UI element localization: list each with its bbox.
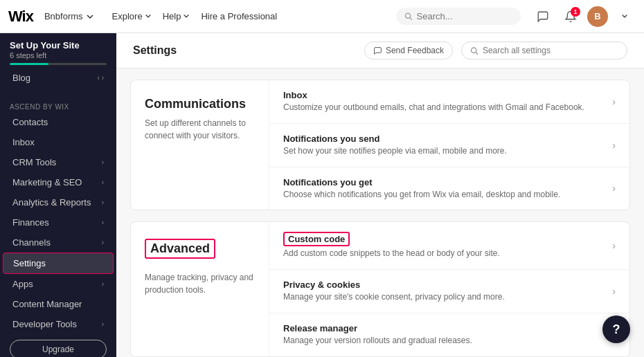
section-desc-advanced: Manage tracking, privacy and production … [145, 271, 255, 296]
chevron-right-icon: › [612, 183, 616, 194]
main-layout: Set Up Your Site 6 steps left Blog ‹ › A… [0, 33, 644, 357]
sidebar-item-blog[interactable]: Blog ‹ › [3, 68, 114, 88]
chevron-icon: › [102, 199, 104, 206]
chat-icon-btn[interactable] [532, 6, 554, 28]
sidebar-section-label: Ascend by Wix [0, 96, 116, 112]
sidebar-item-label: Blog [12, 73, 30, 83]
advanced-section: Advanced Manage tracking, privacy and pr… [130, 221, 630, 356]
setup-title: Set Up Your Site [10, 40, 107, 51]
section-title-advanced: Advanced [145, 239, 215, 259]
sidebar-item-inbox[interactable]: Inbox [3, 132, 114, 152]
site-selector[interactable]: Bnbforms [44, 11, 94, 21]
content-header-right: Send Feedback [364, 42, 627, 60]
feedback-icon [373, 46, 382, 55]
svg-point-0 [405, 13, 410, 18]
chevron-icon: › [102, 239, 104, 246]
content-body: Communications Set up different channels… [116, 68, 644, 357]
page-title: Settings [133, 44, 177, 57]
sidebar-item-contacts[interactable]: Contacts [3, 112, 114, 132]
setting-row-notifications-send[interactable]: Notifications you send Set how your site… [269, 124, 629, 167]
topnav-help[interactable]: Help [159, 8, 195, 24]
topnav-explore[interactable]: Explore [108, 8, 156, 24]
chevron-down-icon [86, 12, 94, 21]
section-title: Communications [145, 97, 255, 111]
sidebar-item-finances[interactable]: Finances › [3, 212, 114, 232]
sidebar-item-analytics[interactable]: Analytics & Reports › [3, 192, 114, 212]
svg-line-4 [476, 52, 478, 54]
chevron-icon: ‹ › [98, 74, 104, 82]
setting-row-desc: Manage your site's cookie consent, priva… [283, 291, 505, 303]
sidebar-item-label: Marketing & SEO [12, 177, 82, 187]
setting-row-desc: Set how your site notifies people via em… [283, 145, 507, 157]
setting-row-title: Inbox [283, 90, 584, 100]
setting-row-desc: Customize your outbound emails, chat and… [283, 102, 584, 113]
send-feedback-label: Send Feedback [386, 46, 444, 55]
setting-row-privacy[interactable]: Privacy & cookies Manage your site's coo… [269, 270, 629, 313]
sidebar-item-developer-tools[interactable]: Developer Tools › [3, 314, 114, 334]
section-right-advanced: Custom code Add custom code snippets to … [269, 222, 629, 356]
section-left-communications: Communications Set up different channels… [131, 80, 269, 210]
chevron-icon: › [102, 219, 104, 226]
sidebar-item-marketing[interactable]: Marketing & SEO › [3, 172, 114, 192]
chevron-down-icon [145, 13, 152, 20]
sidebar-item-label: Finances [12, 217, 49, 228]
chevron-right-icon: › [612, 240, 616, 251]
setting-row-notifications-get[interactable]: Notifications you get Choose which notif… [269, 167, 629, 210]
svg-point-3 [471, 48, 476, 53]
sidebar-item-channels[interactable]: Channels › [3, 232, 114, 253]
sidebar-item-label: Content Manager [12, 299, 82, 309]
settings-search-bar[interactable] [461, 42, 627, 60]
sidebar-item-apps[interactable]: Apps › [3, 274, 114, 294]
sidebar-item-label: Developer Tools [12, 319, 77, 329]
svg-line-1 [410, 18, 412, 20]
setting-row-release[interactable]: Release manager Manage your version roll… [269, 313, 629, 356]
bell-icon-btn[interactable]: 1 [560, 6, 582, 28]
sidebar-item-label: CRM Tools [12, 157, 56, 167]
topnav: Wix Bnbforms Explore Help Hire a Profess… [0, 0, 644, 33]
chevron-right-icon: › [612, 140, 616, 151]
send-feedback-button[interactable]: Send Feedback [364, 42, 453, 60]
search-icon [470, 46, 478, 55]
wix-logo: Wix [8, 8, 33, 26]
setup-steps: 6 steps left [10, 51, 107, 60]
section-right-communications: Inbox Customize your outbound emails, ch… [269, 80, 629, 210]
setting-row-inbox[interactable]: Inbox Customize your outbound emails, ch… [269, 80, 629, 124]
chevron-icon: › [102, 280, 104, 288]
avatar-chevron[interactable] [614, 6, 636, 28]
chevron-down-icon [183, 13, 190, 20]
topnav-hire[interactable]: Hire a Professional [197, 8, 281, 24]
setting-row-title: Notifications you get [283, 177, 560, 187]
settings-search-input[interactable] [483, 46, 618, 55]
section-desc: Set up different channels to connect wit… [145, 117, 255, 142]
setting-row-custom-code[interactable]: Custom code Add custom code snippets to … [269, 222, 629, 270]
topnav-search-input[interactable] [417, 11, 512, 21]
chevron-icon: › [102, 158, 104, 166]
content-area: Settings Send Feedback Communications Se… [116, 33, 644, 357]
setting-row-title: Release manager [283, 323, 472, 333]
chevron-icon: › [102, 178, 104, 186]
setting-row-title: Privacy & cookies [283, 280, 505, 290]
topnav-search-bar[interactable] [396, 8, 521, 25]
setting-row-desc: Choose which notifications you get from … [283, 189, 560, 201]
sidebar-item-content-manager[interactable]: Content Manager [3, 294, 114, 314]
sidebar-item-crm[interactable]: CRM Tools › [3, 152, 114, 172]
section-left-advanced: Advanced Manage tracking, privacy and pr… [131, 222, 269, 356]
communications-section: Communications Set up different channels… [130, 80, 630, 210]
sidebar: Set Up Your Site 6 steps left Blog ‹ › A… [0, 33, 116, 357]
progress-bar [10, 63, 107, 65]
user-avatar[interactable]: B [587, 6, 608, 27]
sidebar-item-label: Apps [12, 279, 33, 289]
setting-row-title-custom-code: Custom code [283, 232, 350, 246]
setting-row-desc: Manage your version rollouts and gradual… [283, 335, 472, 347]
sidebar-item-settings[interactable]: Settings [3, 253, 114, 274]
search-icon [404, 12, 413, 21]
setting-row-title: Notifications you send [283, 134, 507, 144]
upgrade-button[interactable]: Upgrade [10, 340, 107, 357]
progress-fill [10, 63, 48, 65]
sidebar-item-label: Analytics & Reports [12, 197, 91, 208]
sidebar-item-label: Contacts [12, 117, 48, 127]
sidebar-setup: Set Up Your Site 6 steps left [0, 33, 116, 68]
notification-badge: 1 [571, 7, 580, 17]
help-button[interactable]: ? [602, 315, 630, 343]
content-header: Settings Send Feedback [116, 33, 644, 68]
